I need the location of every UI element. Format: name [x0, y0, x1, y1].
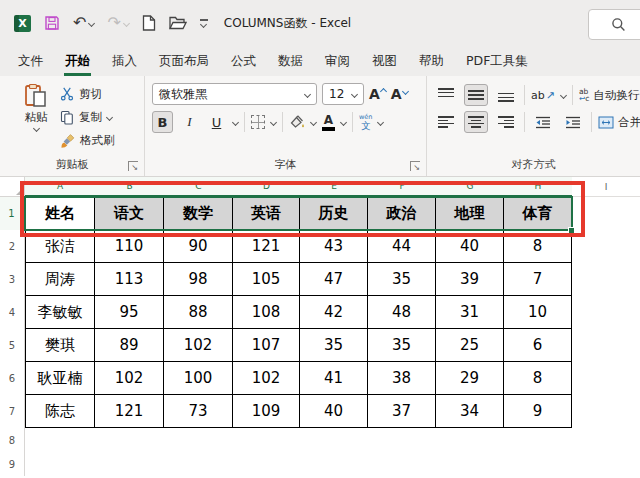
cell-h7[interactable]: 9 — [504, 395, 572, 428]
cell-i5[interactable] — [572, 329, 640, 362]
save-button[interactable] — [44, 15, 60, 31]
cell-a6[interactable]: 耿亚楠 — [25, 362, 95, 395]
copy-button[interactable]: 复制 — [60, 108, 115, 126]
tab-home[interactable]: 开始 — [54, 46, 101, 76]
cell-b7[interactable]: 121 — [95, 395, 164, 428]
cell-g8[interactable] — [436, 428, 504, 452]
cell-e5[interactable]: 35 — [300, 329, 368, 362]
fill-color-button[interactable] — [289, 115, 305, 129]
row-header-3[interactable]: 3 — [0, 263, 25, 296]
undo-button[interactable]: ↶ — [73, 15, 94, 31]
select-all-corner[interactable] — [0, 177, 25, 197]
cell-d6[interactable]: 102 — [233, 362, 300, 395]
cell-b6[interactable]: 102 — [95, 362, 164, 395]
cell-g9[interactable] — [436, 452, 504, 476]
cell-a4[interactable]: 李敏敏 — [25, 296, 95, 329]
cell-c4[interactable]: 88 — [164, 296, 233, 329]
tab-review[interactable]: 审阅 — [314, 46, 361, 76]
cell-h4[interactable]: 10 — [504, 296, 572, 329]
column-header-b[interactable]: B — [95, 177, 164, 197]
cut-button[interactable]: 剪切 — [60, 85, 115, 103]
cell-h1[interactable]: 体育 — [504, 197, 572, 230]
cell-b4[interactable]: 95 — [95, 296, 164, 329]
align-bottom-button[interactable] — [494, 84, 518, 106]
cell-h2[interactable]: 8 — [504, 230, 572, 263]
cell-e9[interactable] — [300, 452, 368, 476]
cell-i2[interactable] — [572, 230, 640, 263]
cell-h8[interactable] — [504, 428, 572, 452]
cell-f1[interactable]: 政治 — [368, 197, 436, 230]
tab-data[interactable]: 数据 — [267, 46, 314, 76]
align-middle-button[interactable] — [464, 84, 488, 106]
format-painter-button[interactable]: 格式刷 — [60, 131, 115, 149]
clipboard-dialog-launcher[interactable]: ↘ — [128, 161, 138, 171]
cell-i6[interactable] — [572, 362, 640, 395]
tab-insert[interactable]: 插入 — [101, 46, 148, 76]
font-name-combobox[interactable]: 微软雅黑 — [152, 83, 317, 105]
decrease-indent-button[interactable] — [531, 111, 555, 133]
row-header-9[interactable]: 9 — [0, 452, 25, 476]
orientation-dropdown-icon[interactable] — [560, 91, 567, 98]
cell-c8[interactable] — [164, 428, 233, 452]
row-header-2[interactable]: 2 — [0, 230, 25, 263]
open-file-button[interactable] — [169, 16, 187, 30]
cell-a3[interactable]: 周涛 — [25, 263, 95, 296]
undo-dropdown-icon[interactable] — [88, 19, 95, 26]
cell-f8[interactable] — [368, 428, 436, 452]
redo-button[interactable]: ↷ — [107, 15, 128, 31]
merge-center-button[interactable]: 合并后居中 — [598, 115, 640, 130]
tab-formulas[interactable]: 公式 — [220, 46, 267, 76]
font-color-dropdown-icon[interactable] — [340, 118, 347, 125]
phonetic-dropdown-icon[interactable] — [377, 118, 384, 125]
cell-b9[interactable] — [95, 452, 164, 476]
cell-d3[interactable]: 105 — [233, 263, 300, 296]
cell-c6[interactable]: 100 — [164, 362, 233, 395]
cell-b1[interactable]: 语文 — [95, 197, 164, 230]
cell-h3[interactable]: 7 — [504, 263, 572, 296]
column-header-f[interactable]: F — [368, 177, 436, 197]
fill-color-dropdown-icon[interactable] — [310, 118, 317, 125]
cell-g5[interactable]: 25 — [436, 329, 504, 362]
cell-f3[interactable]: 35 — [368, 263, 436, 296]
column-header-d[interactable]: D — [233, 177, 300, 197]
cell-e1[interactable]: 历史 — [300, 197, 368, 230]
align-center-button[interactable] — [464, 111, 488, 133]
cell-g4[interactable]: 31 — [436, 296, 504, 329]
cell-h9[interactable] — [504, 452, 572, 476]
cell-a2[interactable]: 张洁 — [25, 230, 95, 263]
cell-f9[interactable] — [368, 452, 436, 476]
cell-b3[interactable]: 113 — [95, 263, 164, 296]
increase-font-size-button[interactable]: A — [369, 86, 386, 102]
fill-handle[interactable] — [568, 227, 575, 234]
cell-a8[interactable] — [25, 428, 95, 452]
cell-c3[interactable]: 98 — [164, 263, 233, 296]
increase-indent-button[interactable] — [561, 111, 585, 133]
cell-d1[interactable]: 英语 — [233, 197, 300, 230]
column-header-e[interactable]: E — [300, 177, 368, 197]
cell-f6[interactable]: 38 — [368, 362, 436, 395]
column-header-c[interactable]: C — [164, 177, 233, 197]
cell-c9[interactable] — [164, 452, 233, 476]
cell-c2[interactable]: 90 — [164, 230, 233, 263]
cell-i1[interactable] — [572, 197, 640, 230]
customize-qat-button[interactable] — [200, 19, 208, 27]
italic-button[interactable]: I — [179, 111, 200, 133]
phonetic-guide-button[interactable]: wén 文 — [359, 114, 372, 130]
cell-g6[interactable]: 29 — [436, 362, 504, 395]
cell-i7[interactable] — [572, 395, 640, 428]
cell-g7[interactable]: 34 — [436, 395, 504, 428]
cell-g3[interactable]: 39 — [436, 263, 504, 296]
align-left-button[interactable] — [434, 111, 458, 133]
align-top-button[interactable] — [434, 84, 458, 106]
cell-d9[interactable] — [233, 452, 300, 476]
tab-page-layout[interactable]: 页面布局 — [148, 46, 220, 76]
tab-help[interactable]: 帮助 — [408, 46, 455, 76]
cell-e2[interactable]: 43 — [300, 230, 368, 263]
cell-g1[interactable]: 地理 — [436, 197, 504, 230]
cell-c7[interactable]: 73 — [164, 395, 233, 428]
cell-f5[interactable]: 35 — [368, 329, 436, 362]
cell-f2[interactable]: 44 — [368, 230, 436, 263]
row-header-1[interactable]: 1 — [0, 197, 25, 230]
cell-d7[interactable]: 109 — [233, 395, 300, 428]
font-dialog-launcher[interactable]: ↘ — [410, 161, 420, 171]
